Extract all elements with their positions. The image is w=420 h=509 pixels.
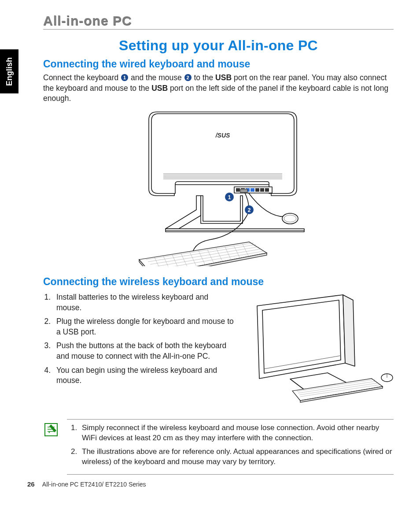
note-icon (43, 419, 59, 439)
svg-rect-12 (260, 188, 264, 192)
page-content: All-in-one PC Setting up your All-in-one… (0, 0, 420, 475)
badge-2-icon: 2 (184, 74, 192, 81)
section1-paragraph: Connect the keyboard 1 and the mouse 2 t… (43, 73, 394, 104)
svg-text:1: 1 (228, 194, 231, 201)
text: and the mouse (129, 73, 184, 82)
wireless-steps-list: Install batteries to the wireless keyboa… (43, 292, 234, 390)
badge-1-icon: 1 (121, 74, 128, 81)
svg-rect-7 (236, 188, 240, 192)
list-item: Simply reconnect if the wireless keyboar… (79, 423, 393, 443)
text: to the (192, 73, 216, 82)
bold-usb: USB (215, 73, 232, 82)
header-title: All-in-one PC (43, 13, 394, 30)
wired-setup-illustration: /SUS (43, 108, 394, 268)
language-tab: English (0, 49, 18, 93)
notes-section: Simply reconnect if the wireless keyboar… (43, 419, 394, 475)
bold-usb: USB (151, 84, 168, 93)
main-title: Setting up your All-in-one PC (43, 37, 394, 54)
page-number: 26 (27, 480, 35, 488)
list-item: Push the buttons at the back of both the… (53, 341, 234, 361)
svg-rect-11 (255, 188, 259, 192)
section1-heading: Connecting the wired keyboard and mouse (43, 58, 394, 70)
list-item: You can begin using the wireless keyboar… (53, 365, 234, 386)
list-item: The illustrations above are for referenc… (79, 447, 393, 467)
list-item: Install batteries to the wireless keyboa… (53, 292, 234, 313)
svg-point-17 (284, 215, 296, 222)
svg-rect-10 (251, 188, 254, 192)
series-label: All-in-one PC ET2410/ ET2210 Series (42, 481, 146, 488)
wireless-setup-illustration (243, 290, 394, 407)
svg-text:/SUS: /SUS (215, 132, 230, 139)
notes-list: Simply reconnect if the wireless keyboar… (68, 423, 393, 467)
section2-heading: Connecting the wireless keyboard and mou… (43, 276, 394, 288)
svg-text:2: 2 (248, 207, 251, 213)
list-item: Plug the wireless dongle for keyboard an… (53, 316, 234, 337)
section2-content: Install batteries to the wireless keyboa… (43, 290, 394, 407)
svg-rect-14 (240, 189, 247, 193)
page-footer: 26 All-in-one PC ET2410/ ET2210 Series (27, 480, 146, 488)
text: Connect the keyboard (43, 73, 121, 82)
svg-rect-13 (265, 188, 269, 192)
